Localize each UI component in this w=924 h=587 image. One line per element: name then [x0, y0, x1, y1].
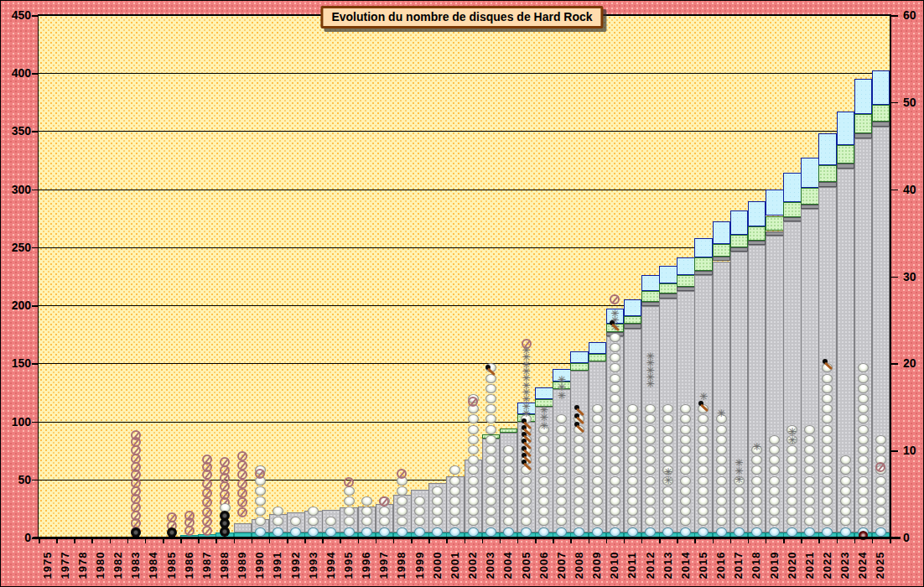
- cd-circle-2014: [680, 476, 691, 486]
- left-axis-tick-300: [32, 190, 39, 191]
- cd-circle-2007: [556, 476, 567, 486]
- x-axis-label-2016: 2016: [715, 545, 727, 585]
- cd-circle-2014: [680, 425, 691, 434]
- cd-circle-2013: [662, 527, 673, 537]
- cd-circle-2016: [716, 496, 727, 506]
- bar-segment-cyan-2011: [624, 299, 642, 315]
- right-axis-label-30: 30: [903, 270, 924, 283]
- bar-segment-green-2018: [748, 226, 766, 241]
- cd-circle-2015: [698, 425, 709, 434]
- cd-circle-1995: [344, 506, 355, 516]
- bar-segment-dark-gray-2018: [748, 241, 766, 246]
- cd-circle-2023: [840, 527, 851, 537]
- cd-circle-2001: [449, 527, 460, 537]
- cd-circle-2015: [698, 527, 709, 537]
- bar-segment-dark-gray-2015: [694, 271, 713, 276]
- cd-circle-2010: [610, 486, 620, 496]
- x-axis-tick: [252, 538, 253, 543]
- cd-circle-2018: [751, 476, 762, 486]
- cd-circle-2000: [432, 486, 443, 496]
- x-axis-tick: [376, 538, 377, 543]
- cd-circle-2021: [804, 486, 815, 496]
- cd-circle-2024: [858, 496, 869, 506]
- cd-circle-2009: [592, 476, 603, 486]
- cd-circle-2009: [592, 455, 603, 465]
- right-axis-tick-20: [890, 363, 898, 365]
- bar-segment-cyan-2013: [659, 266, 677, 283]
- cd-circle-2005: [521, 496, 532, 506]
- right-axis-label-60: 60: [903, 8, 924, 22]
- x-axis-label-2012: 2012: [645, 545, 657, 585]
- cd-circle-2002: [468, 445, 479, 455]
- x-axis-label-2006: 2006: [538, 545, 550, 585]
- bar-segment-green-2024: [854, 114, 873, 134]
- bar-segment-cyan-2025: [872, 70, 890, 104]
- cd-circle-2018: [751, 506, 762, 516]
- asterisk-marker-2010: ✳: [609, 309, 620, 319]
- cd-circle-2022: [822, 476, 833, 486]
- cd-circle-2014: [680, 527, 691, 537]
- cd-circle-2003: [485, 465, 496, 475]
- cd-circle-2006: [538, 445, 549, 455]
- cd-circle-2016: [716, 435, 727, 444]
- cd-circle-2025: [875, 506, 886, 516]
- left-axis-tick-100: [32, 422, 39, 423]
- cd-circle-2022: [822, 527, 833, 537]
- x-axis-tick: [517, 538, 519, 543]
- x-axis-tick: [730, 538, 732, 543]
- x-axis-label-2007: 2007: [556, 545, 568, 585]
- bar-segment-cyan-2009: [589, 342, 607, 354]
- left-axis-label-300: 300: [3, 183, 31, 196]
- cd-circle-2023: [840, 476, 851, 486]
- rose-slash-circle-1988: [220, 457, 230, 467]
- bar-segment-dark-gray-2022: [818, 182, 837, 187]
- left-axis-label-150: 150: [3, 356, 31, 370]
- x-axis-label-2025: 2025: [875, 545, 886, 585]
- bar-segment-cyan-2021: [801, 158, 819, 188]
- cd-circle-2025: [875, 445, 886, 455]
- cd-circle-2011: [627, 486, 638, 496]
- x-axis-tick: [854, 538, 856, 543]
- cd-circle-2002: [468, 414, 479, 423]
- cd-circle-1995: [344, 527, 355, 537]
- cd-circle-2003: [485, 517, 496, 526]
- x-axis-tick: [482, 538, 484, 543]
- cd-circle-2009: [592, 496, 603, 506]
- x-axis-label-2023: 2023: [839, 545, 851, 585]
- x-axis-tick: [163, 538, 164, 543]
- x-axis-tick: [446, 538, 448, 543]
- x-axis-tick: [694, 538, 696, 543]
- pen-marker-2010: [610, 320, 622, 333]
- rose-slash-circle-1987: [202, 517, 212, 527]
- x-axis-tick: [428, 538, 430, 543]
- bar-segment-dark-gray-2019: [766, 231, 784, 236]
- cd-circle-1995: [344, 486, 355, 496]
- cd-circle-2017: [734, 496, 745, 506]
- cd-circle-2011: [627, 445, 638, 455]
- left-axis-tick-50: [32, 480, 39, 481]
- gridline-300: [39, 190, 890, 190]
- cd-circle-2012: [645, 486, 656, 496]
- cd-circle-1996: [361, 506, 372, 516]
- cd-circle-1996: [361, 517, 372, 526]
- cd-circle-2012: [645, 445, 656, 455]
- x-axis-label-2003: 2003: [485, 545, 496, 585]
- asterisk-marker-2016: ✳: [715, 408, 727, 418]
- cd-circle-2004: [503, 496, 514, 506]
- cd-circle-2012: [645, 435, 656, 444]
- bar-segment-cyan-2023: [837, 112, 855, 145]
- cd-circle-1998: [397, 496, 407, 506]
- asterisk-marker-2006: ✳: [538, 405, 550, 415]
- x-axis-tick: [269, 538, 271, 543]
- cd-circle-2010: [610, 384, 620, 393]
- x-axis-tick: [127, 538, 129, 543]
- rose-slash-circle-2002: [468, 397, 478, 407]
- cd-circle-2023: [840, 517, 851, 526]
- cd-circle-2018: [751, 455, 762, 465]
- x-axis-label-2022: 2022: [822, 545, 833, 585]
- cd-circle-2009: [592, 445, 603, 455]
- x-axis-tick: [215, 538, 217, 543]
- cd-circle-2023: [840, 506, 851, 516]
- gridline-400: [39, 73, 890, 74]
- x-axis-label-1987: 1987: [201, 545, 213, 585]
